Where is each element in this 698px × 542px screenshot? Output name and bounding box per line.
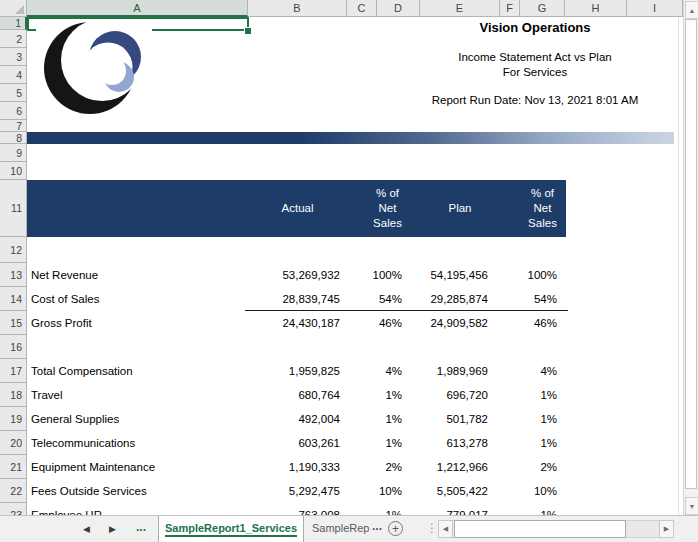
scroll-down-button[interactable]: ▼ — [685, 497, 698, 515]
column-header-H[interactable]: H — [565, 0, 627, 17]
row-header-5[interactable]: 5 — [0, 84, 27, 102]
cell-plan-pct[interactable]: 100% — [500, 263, 557, 287]
cell-plan[interactable]: 54,195,456 — [420, 263, 488, 287]
sheet-tab-next[interactable]: SampleRep — [312, 522, 369, 534]
row-header-3[interactable]: 3 — [0, 48, 27, 66]
cell-actual-pct[interactable]: 54% — [350, 287, 402, 311]
table-row: Telecommunications603,2611%613,2781% — [27, 431, 568, 455]
vertical-scrollbar-thumb[interactable] — [685, 19, 697, 489]
cell-plan-pct[interactable]: 54% — [500, 287, 557, 311]
cell-plan[interactable]: 29,285,874 — [420, 287, 488, 311]
vertical-scrollbar[interactable]: ▲ ▼ — [683, 0, 698, 515]
cell-label[interactable]: Travel — [31, 383, 243, 407]
row-header-14[interactable]: 14 — [0, 287, 27, 311]
new-sheet-button[interactable]: + — [388, 521, 403, 536]
cell-plan-pct[interactable]: 1% — [500, 383, 557, 407]
cell-actual[interactable]: 5,292,475 — [248, 479, 340, 503]
cell-actual-pct[interactable]: 4% — [350, 359, 402, 383]
cell-plan[interactable]: 24,909,582 — [420, 311, 488, 335]
cell-actual-pct[interactable]: 1% — [350, 383, 402, 407]
row-header-12[interactable]: 12 — [0, 237, 27, 263]
cell-label[interactable]: General Supplies — [31, 407, 243, 431]
cell-label[interactable]: Total Compensation — [31, 359, 243, 383]
tab-scroll-right-icon[interactable]: ▶ — [109, 524, 116, 534]
company-logo[interactable] — [36, 19, 152, 116]
row-header-13[interactable]: 13 — [0, 263, 27, 287]
cell-actual[interactable]: 603,261 — [248, 431, 340, 455]
cell-actual-pct[interactable]: 10% — [350, 479, 402, 503]
cell-plan[interactable]: 5,505,422 — [420, 479, 488, 503]
cell-actual[interactable]: 1,959,825 — [248, 359, 340, 383]
cell-label[interactable]: Fees Outside Services — [31, 479, 243, 503]
cell-plan[interactable]: 501,782 — [420, 407, 488, 431]
column-header-B[interactable]: B — [248, 0, 347, 17]
cell-label[interactable]: Gross Profit — [31, 311, 243, 335]
cell-actual-pct[interactable]: 46% — [350, 311, 402, 335]
header-pct-net-sales-plan[interactable]: % of Net Sales — [515, 180, 570, 237]
row-header-1[interactable]: 1 — [0, 17, 27, 30]
cell-plan-pct[interactable]: 46% — [500, 311, 557, 335]
cell-actual[interactable]: 28,839,745 — [248, 287, 340, 311]
row-header-10[interactable]: 10 — [0, 162, 27, 180]
row-header-2[interactable]: 2 — [0, 30, 27, 48]
cell-plan-pct[interactable]: 2% — [500, 455, 557, 479]
cell-plan-pct[interactable]: 1% — [500, 407, 557, 431]
cell-plan[interactable]: 696,720 — [420, 383, 488, 407]
column-header-G[interactable]: G — [520, 0, 565, 17]
column-header-C[interactable]: C — [347, 0, 377, 17]
header-plan[interactable]: Plan — [420, 180, 500, 237]
row-header-22[interactable]: 22 — [0, 479, 27, 503]
cell-actual[interactable]: 492,004 — [248, 407, 340, 431]
tabbar-resize-grip-icon[interactable]: ⋮ — [426, 521, 438, 535]
cell-actual-pct[interactable]: 1% — [350, 407, 402, 431]
cell-plan[interactable]: 1,212,966 — [420, 455, 488, 479]
row-header-21[interactable]: 21 — [0, 455, 27, 479]
column-header-A[interactable]: A — [27, 0, 248, 17]
header-pct-net-sales-actual[interactable]: % of Net Sales — [360, 180, 415, 237]
select-all-corner[interactable] — [0, 0, 27, 17]
cell-plan-pct[interactable]: 4% — [500, 359, 557, 383]
row-header-6[interactable]: 6 — [0, 102, 27, 120]
row-header-8[interactable]: 8 — [0, 132, 27, 144]
cell-plan[interactable]: 1,989,969 — [420, 359, 488, 383]
column-header-I[interactable]: I — [627, 0, 683, 17]
row-header-9[interactable]: 9 — [0, 144, 27, 162]
cell-label[interactable]: Cost of Sales — [31, 287, 243, 311]
cell-plan-pct[interactable]: 10% — [500, 479, 557, 503]
table-row: Fees Outside Services5,292,47510%5,505,4… — [27, 479, 568, 503]
cell-plan[interactable]: 613,278 — [420, 431, 488, 455]
cell-plan-pct[interactable]: 1% — [500, 431, 557, 455]
row-header-11[interactable]: 11 — [0, 180, 27, 237]
cell-actual[interactable]: 53,269,932 — [248, 263, 340, 287]
cell-actual[interactable]: 24,430,187 — [248, 311, 340, 335]
row-header-4[interactable]: 4 — [0, 66, 27, 84]
scroll-up-button[interactable]: ▲ — [685, 1, 698, 19]
row-header-18[interactable]: 18 — [0, 383, 27, 407]
row-header-16[interactable]: 16 — [0, 335, 27, 359]
cell-actual-pct[interactable]: 100% — [350, 263, 402, 287]
cell-actual[interactable]: 1,190,333 — [248, 455, 340, 479]
cell-label[interactable]: Net Revenue — [31, 263, 243, 287]
fill-handle[interactable] — [244, 27, 252, 35]
row-header-19[interactable]: 19 — [0, 407, 27, 431]
cell-actual[interactable]: 680,764 — [248, 383, 340, 407]
cell-label[interactable]: Equipment Maintenance — [31, 455, 243, 479]
scroll-right-button[interactable]: ▶ — [659, 520, 674, 538]
cell-actual-pct[interactable]: 2% — [350, 455, 402, 479]
row-header-7[interactable]: 7 — [0, 120, 27, 132]
tab-overflow-ellipsis[interactable]: ... — [136, 520, 146, 534]
column-header-E[interactable]: E — [420, 0, 500, 17]
cell-label[interactable]: Telecommunications — [31, 431, 243, 455]
column-header-D[interactable]: D — [377, 0, 420, 17]
sheet-tab-active[interactable]: SampleReport1_Services — [158, 516, 304, 542]
horizontal-scrollbar-thumb[interactable] — [454, 520, 626, 538]
row-header-15[interactable]: 15 — [0, 311, 27, 335]
cell-actual-pct[interactable]: 1% — [350, 431, 402, 455]
row-header-17[interactable]: 17 — [0, 359, 27, 383]
row-header-20[interactable]: 20 — [0, 431, 27, 455]
sheet-tab-next-ellipsis[interactable]: ... — [372, 519, 382, 533]
header-actual[interactable]: Actual — [248, 180, 347, 237]
column-header-F[interactable]: F — [500, 0, 520, 17]
scroll-left-button[interactable]: ◀ — [438, 520, 453, 538]
tab-scroll-left-icon[interactable]: ◀ — [83, 524, 90, 534]
